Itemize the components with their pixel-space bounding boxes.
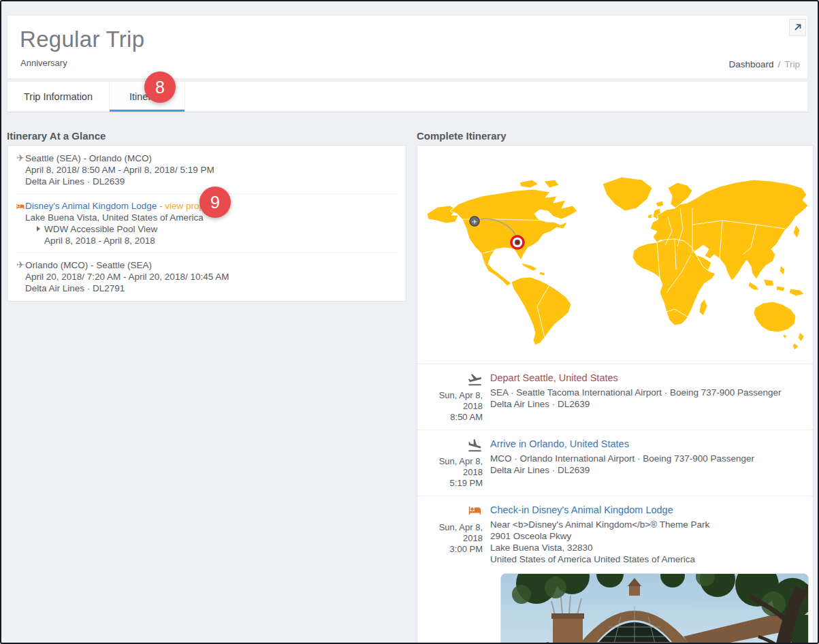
entry-detail: Delta Air Lines · DL2639 [490, 398, 806, 410]
entry-date: Sun, Apr 8, 2018 [425, 390, 483, 412]
entry-detail: MCO · Orlando International Airport · Bo… [490, 453, 806, 464]
complete-heading: Complete Itinerary [417, 130, 507, 142]
complete-itinerary-card: ✈ Sun, Apr 8, 2018 8:50 AM Depart Seattl… [417, 145, 814, 644]
callout-step-8: 8 [144, 71, 176, 103]
itinerary-entry-arrival: Sun, Apr 8, 2018 5:19 PM Arrive in Orlan… [417, 430, 813, 496]
page-header: Regular Trip Anniversary Dashboard/Trip [7, 15, 808, 79]
breadcrumb-current: Trip [784, 59, 800, 69]
entry-time: 8:50 AM [425, 412, 483, 423]
callout-step-9: 9 [199, 187, 231, 218]
page-subtitle: Anniversary [20, 58, 67, 68]
flight-dates: April 8, 2018/ 8:50 AM - April 8, 2018/ … [17, 164, 396, 176]
hotel-room: WDW Accessible Pool View [44, 224, 157, 234]
itinerary-map: ✈ [417, 146, 813, 364]
itinerary-entry-departure: Sun, Apr 8, 2018 8:50 AM Depart Seattle,… [417, 364, 813, 430]
plane-icon: ✈ [16, 152, 25, 164]
flight-landing-icon [425, 438, 483, 455]
origin-marker: ✈ [470, 216, 479, 226]
entry-detail: Lake Buena Vista, 32830 [490, 542, 806, 553]
property-photo-image [501, 574, 809, 644]
external-link-icon [793, 22, 802, 34]
itinerary-entry-checkin: Sun, Apr 8, 2018 3:00 PM Check-in Disney… [417, 496, 813, 644]
flight-carrier: Delta Air Lines · DL2639 [17, 176, 396, 187]
world-map: ✈ [417, 146, 813, 364]
entry-date: Sun, Apr 8, 2018 [425, 456, 483, 478]
flight-carrier: Delta Air Lines · DL2791 [17, 283, 396, 294]
flight-route: Orlando (MCO) - Seattle (SEA) [25, 260, 152, 270]
page-title: Regular Trip [20, 27, 144, 52]
destination-marker [511, 236, 524, 248]
svg-text:✈: ✈ [472, 219, 477, 225]
trip-page: Regular Trip Anniversary Dashboard/Trip … [0, 0, 819, 644]
hotel-dates: April 8, 2018 - April 8, 2018 [17, 235, 396, 246]
property-photo [500, 573, 809, 644]
hotel-name-link[interactable]: Disney's Animal Kingdom Lodge [25, 201, 157, 211]
entry-time: 5:19 PM [425, 478, 483, 489]
entry-detail: 2901 Osceola Pkwy [490, 530, 806, 542]
triangle-right-icon [37, 226, 40, 231]
entry-detail: Near <b>Disney's Animal Kingdom</b>® The… [490, 519, 806, 530]
flight-route: Seattle (SEA) - Orlando (MCO) [25, 153, 152, 163]
breadcrumb: Dashboard/Trip [728, 59, 800, 69]
breadcrumb-dashboard-link[interactable]: Dashboard [728, 59, 773, 69]
entry-title[interactable]: Check-in Disney's Animal Kingdom Lodge [490, 504, 806, 517]
glance-return-flight: ✈ Orlando (MCO) - Seattle (SEA) April 20… [16, 253, 398, 300]
entry-detail: United States of America United States o… [490, 553, 806, 565]
tab-trip-information[interactable]: Trip Information [7, 82, 109, 112]
flight-takeoff-icon [425, 372, 483, 389]
entry-title[interactable]: Arrive in Orlando, United States [490, 438, 806, 451]
flight-dates: April 20, 2018/ 7:20 AM - April 20, 2018… [17, 271, 396, 283]
glance-heading: Itinerary At a Glance [7, 130, 106, 142]
breadcrumb-separator: / [777, 59, 780, 69]
glance-card: ✈ Seattle (SEA) - Orlando (MCO) April 8,… [7, 145, 406, 302]
entry-detail: SEA · Seattle Tacoma International Airpo… [490, 387, 806, 398]
entry-time: 3:00 PM [425, 544, 483, 555]
entry-title[interactable]: Depart Seattle, United States [490, 372, 806, 385]
entry-date: Sun, Apr 8, 2018 [425, 522, 483, 544]
hotel-name-separator: - [157, 201, 165, 211]
expand-button[interactable] [789, 19, 806, 36]
hotel-bed-icon [425, 504, 483, 521]
entry-detail: Delta Air Lines · DL2639 [490, 464, 806, 476]
plane-icon: ✈ [16, 259, 25, 271]
tab-bar: Trip Information Itinerary [7, 81, 808, 112]
glance-outbound-flight: ✈ Seattle (SEA) - Orlando (MCO) April 8,… [16, 146, 398, 194]
